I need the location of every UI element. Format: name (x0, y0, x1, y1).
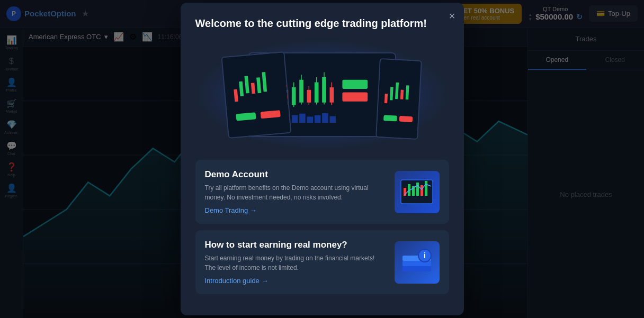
svg-rect-61 (421, 185, 423, 196)
svg-rect-38 (342, 92, 368, 101)
svg-rect-37 (342, 79, 368, 88)
guide-card-image: i (395, 241, 440, 284)
demo-account-card[interactable]: Demo Account Try all platform benefits o… (195, 160, 449, 224)
device-tablet-left (221, 51, 291, 139)
modal: × Welcome to the cutting edge trading pl… (181, 3, 464, 315)
tablet-screen (222, 52, 290, 138)
svg-rect-60 (416, 183, 419, 196)
guide-illustration: i (398, 245, 435, 279)
guide-card-text: How to start earning real money? Start e… (205, 240, 386, 285)
modal-overlay[interactable]: × Welcome to the cutting edge trading pl… (0, 0, 644, 318)
svg-rect-31 (292, 115, 298, 122)
svg-rect-32 (299, 113, 305, 122)
svg-rect-34 (315, 115, 320, 122)
svg-text:i: i (424, 251, 426, 260)
phone-screen (377, 59, 421, 139)
modal-title: Welcome to the cutting edge trading plat… (195, 17, 449, 30)
svg-rect-62 (425, 181, 427, 196)
guide-link[interactable]: Introduction guide → (205, 277, 386, 285)
svg-rect-36 (329, 116, 335, 122)
device-phone-right (375, 58, 422, 140)
svg-rect-63 (402, 266, 431, 271)
hero-devices (195, 39, 449, 150)
demo-card-image (395, 171, 440, 213)
guide-card-description: Start earning real money by trading on t… (205, 253, 386, 272)
demo-card-title: Demo Account (205, 169, 386, 180)
modal-close-button[interactable]: × (449, 10, 455, 22)
guide-card[interactable]: How to start earning real money? Start e… (195, 230, 449, 294)
svg-rect-35 (322, 113, 328, 122)
demo-trading-link[interactable]: Demo Trading → (205, 206, 386, 214)
demo-illustration (398, 175, 435, 209)
svg-rect-54 (383, 115, 397, 121)
phone-chart (379, 67, 418, 131)
demo-card-text: Demo Account Try all platform benefits o… (205, 169, 386, 214)
tablet-chart (226, 61, 287, 129)
modal-hero-image (195, 39, 449, 150)
guide-card-title: How to start earning real money? (205, 240, 386, 250)
demo-card-description: Try all platform benefits on the Demo ac… (205, 183, 386, 202)
svg-rect-55 (399, 116, 413, 122)
svg-rect-33 (307, 116, 312, 122)
